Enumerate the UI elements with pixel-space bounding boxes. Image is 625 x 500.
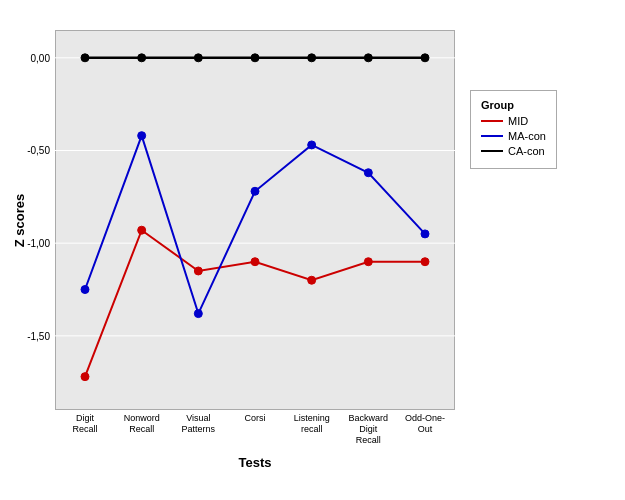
svg-point-19 <box>138 54 146 62</box>
legend-item-mid: MID <box>481 115 546 127</box>
svg-point-7 <box>251 258 259 266</box>
svg-point-13 <box>194 310 202 318</box>
legend-label-macon: MA-con <box>508 130 546 142</box>
svg-point-15 <box>308 141 316 149</box>
svg-point-22 <box>308 54 316 62</box>
y-tick-label: -0,50 <box>27 145 50 156</box>
y-tick-labels: 0,00-0,50-1,00-1,50 <box>20 30 55 410</box>
svg-point-9 <box>364 258 372 266</box>
svg-point-16 <box>364 169 372 177</box>
svg-point-5 <box>138 226 146 234</box>
svg-point-4 <box>81 373 89 381</box>
svg-point-17 <box>421 230 429 238</box>
svg-point-6 <box>194 267 202 275</box>
svg-point-21 <box>251 54 259 62</box>
legend: Group MID MA-con CA-con <box>470 90 557 169</box>
legend-line-cacon <box>481 150 503 152</box>
svg-point-23 <box>364 54 372 62</box>
legend-label-mid: MID <box>508 115 528 127</box>
svg-point-12 <box>138 132 146 140</box>
x-tick-label: DigitRecall <box>57 413 113 435</box>
x-tick-label: BackwardDigitRecall <box>340 413 396 445</box>
x-tick-label: Corsi <box>227 413 283 424</box>
y-tick-label: -1,00 <box>27 238 50 249</box>
svg-point-11 <box>81 286 89 294</box>
legend-item-macon: MA-con <box>481 130 546 142</box>
x-tick-label: NonwordRecall <box>114 413 170 435</box>
chart-container: Z scores 0,00-0,50-1,00-1,50 DigitRecall… <box>0 0 625 500</box>
svg-point-20 <box>194 54 202 62</box>
legend-item-cacon: CA-con <box>481 145 546 157</box>
svg-point-8 <box>308 276 316 284</box>
y-tick-label: -1,50 <box>27 330 50 341</box>
svg-point-14 <box>251 187 259 195</box>
chart-svg <box>55 30 455 410</box>
y-tick-label: 0,00 <box>31 52 50 63</box>
x-tick-label: Odd-One-Out <box>397 413 453 435</box>
legend-line-macon <box>481 135 503 137</box>
svg-point-18 <box>81 54 89 62</box>
x-tick-label: Listeningrecall <box>284 413 340 435</box>
x-axis-label: Tests <box>55 455 455 470</box>
svg-point-10 <box>421 258 429 266</box>
legend-line-mid <box>481 120 503 122</box>
x-tick-label: VisualPatterns <box>170 413 226 435</box>
legend-label-cacon: CA-con <box>508 145 545 157</box>
svg-point-24 <box>421 54 429 62</box>
legend-title: Group <box>481 99 546 111</box>
